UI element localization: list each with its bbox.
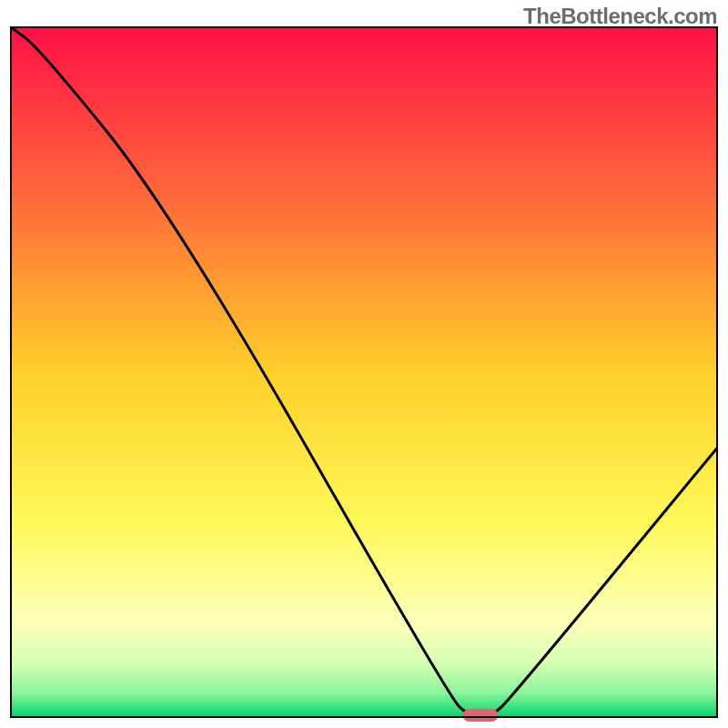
chart-svg: [0, 0, 728, 728]
plot-background: [11, 27, 717, 717]
chart-container: TheBottleneck.com: [0, 0, 728, 728]
watermark-text: TheBottleneck.com: [523, 4, 717, 29]
marker-pill: [463, 709, 499, 722]
